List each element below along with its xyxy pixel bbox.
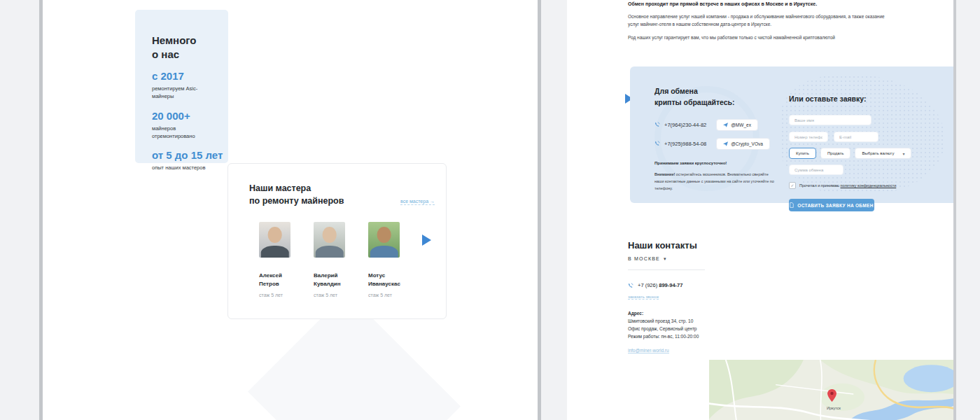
chevron-down-icon: ▾ (664, 256, 667, 261)
check-icon: ✓ (790, 183, 794, 188)
email-input[interactable] (834, 132, 878, 142)
address-block: Адрес: Шмитовский проезд 34, стр. 10 Офи… (628, 309, 705, 340)
telegram-handle-button[interactable]: @Crypto_VOva (716, 138, 770, 150)
intro-bold: Обмен проходит при прямой встрече в наши… (628, 1, 892, 8)
city-selector[interactable]: В МОСКВЕ▾ (628, 256, 705, 262)
right-page-scrollbar[interactable] (953, 0, 956, 420)
all-masters-link[interactable]: все мастера → (400, 199, 435, 205)
about-title: Немного о нас (152, 34, 228, 61)
buy-toggle[interactable]: Купить (789, 148, 816, 159)
exchange-phone[interactable]: +7(925)988-54-08 (664, 141, 706, 147)
phone-icon (654, 141, 660, 146)
phone-icon (628, 283, 634, 288)
stat-label: опыт наших мастеров (152, 164, 211, 172)
privacy-policy-link[interactable]: политику конфиденциальности (840, 183, 896, 188)
chevron-down-icon: ▾ (902, 151, 904, 156)
master-name: Мотус Иванаускас (368, 272, 412, 288)
telegram-handle-button[interactable]: @MW_ex (716, 119, 758, 131)
name-input[interactable] (789, 115, 872, 125)
phone-icon (654, 122, 660, 127)
exchange-contact-row: +7(964)230-44-82 @MW_ex (654, 119, 775, 131)
exchange-phone[interactable]: +7(964)230-44-82 (664, 122, 706, 128)
master-photo (314, 222, 345, 258)
phone-number[interactable]: +7 (926) 899-94-77 (638, 282, 682, 288)
master-card[interactable]: Мотус Иванаускас стаж 5 лет (368, 222, 412, 298)
document-icon (790, 202, 794, 209)
sell-toggle[interactable]: Продать (820, 148, 850, 159)
divider (628, 270, 705, 270)
consent-checkbox[interactable]: ✓ (789, 182, 796, 189)
exchange-section: Для обмена крипты обращайтесь: +7(964)23… (630, 66, 953, 203)
stat-label: ремонтируем Asic-майнеры (152, 85, 211, 101)
masters-card: Наши мастера по ремонту майнеров все мас… (227, 163, 447, 319)
exchange-title: Для обмена крипты обращайтесь: (654, 86, 775, 108)
about-stat: от 5 до 15 лет опыт наших мастеров (152, 149, 228, 172)
exchange-form: Или оставьте заявку: Купить Продать Выбр… (789, 94, 911, 211)
contacts-block: Наши контакты В МОСКВЕ▾ +7 (926) 899-94-… (628, 240, 705, 355)
master-name: Валерий Кувалдин (314, 272, 357, 288)
about-stat: 20 000+ майнеров отремонтировано (152, 110, 228, 141)
consent-row: ✓ Прочитал и принимаю политику конфиденц… (789, 182, 911, 189)
next-arrow-icon[interactable] (422, 234, 431, 246)
exchange-warning: Внимание! остерегайтесь мошенников. Вним… (654, 171, 775, 192)
center-scrollbar[interactable] (538, 0, 541, 420)
master-photo (259, 222, 290, 258)
map-pin-icon[interactable] (827, 389, 836, 405)
stat-value: 20 000+ (152, 110, 228, 122)
currency-select[interactable]: Выбрать валюту ▾ (855, 148, 911, 159)
master-experience: стаж 5 лет (368, 293, 412, 298)
master-card[interactable]: Алексей Петров стаж 5 лет (259, 222, 302, 298)
telegram-icon (723, 141, 728, 146)
email-link[interactable]: info@miner-world.ru (628, 348, 669, 354)
submit-exchange-button[interactable]: ОСТАВИТЬ ЗАЯВКУ НА ОБМЕН (789, 199, 874, 211)
master-name: Алексей Петров (259, 272, 302, 288)
amount-input[interactable] (789, 164, 844, 175)
page-left: Немного о нас с 2017 ремонтируем Asic-ма… (43, 0, 538, 420)
telegram-icon (723, 122, 728, 127)
stat-label: майнеров отремонтировано (152, 125, 211, 141)
master-card[interactable]: Валерий Кувалдин стаж 5 лет (314, 222, 357, 298)
master-experience: стаж 5 лет (259, 293, 302, 298)
exchange-contact-row: +7(925)988-54-08 @Crypto_VOva (654, 138, 775, 150)
stat-value: от 5 до 15 лет (152, 149, 228, 161)
intro-paragraph: Основное направление услуг нашей компани… (628, 13, 892, 29)
intro-text: Обмен проходит при прямой встрече в наши… (628, 1, 892, 41)
master-photo (368, 222, 400, 258)
map[interactable]: Иркутск (709, 360, 953, 420)
order-call-link[interactable]: заказать звонок (628, 295, 659, 300)
about-stat: с 2017 ремонтируем Asic-майнеры (152, 70, 228, 101)
about-card: Немного о нас с 2017 ремонтируем Asic-ма… (135, 10, 228, 163)
map-city-label: Иркутск (827, 406, 841, 410)
masters-title: Наши мастера по ремонту майнеров (249, 182, 344, 207)
phone-input[interactable] (789, 132, 828, 142)
split-view-canvas: Немного о нас с 2017 ремонтируем Asic-ма… (0, 0, 980, 420)
contacts-title: Наши контакты (628, 240, 705, 251)
exchange-note: Принимаем заявки круглосуточно! (654, 161, 775, 165)
exchange-contacts: Для обмена крипты обращайтесь: +7(964)23… (654, 86, 775, 192)
intro-paragraph: Род наших услуг гарантирует вам, что мы … (628, 34, 892, 41)
stat-value: с 2017 (152, 70, 228, 82)
form-title: Или оставьте заявку: (789, 94, 911, 103)
master-experience: стаж 5 лет (314, 293, 357, 298)
page-right: Обмен проходит при прямой встрече в наши… (567, 0, 953, 420)
